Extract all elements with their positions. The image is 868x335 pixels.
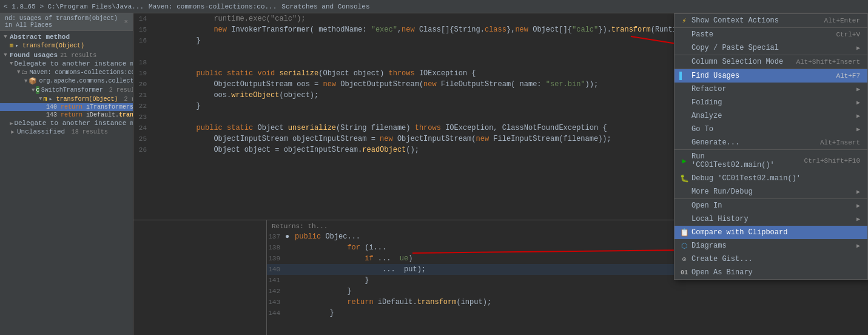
shortcut-paste: Ctrl+V: [836, 31, 860, 38]
found-usages-label: Found usages: [10, 52, 58, 59]
find-usages-label: nd: Usages of transform(Object) in All P…: [5, 15, 119, 29]
left-panel: nd: Usages of transform(Object) in All P…: [0, 13, 133, 335]
arrow-right-icon7: ▶: [856, 202, 860, 209]
menu-label-show-context: Show Context Actions: [691, 16, 812, 25]
chevron-down-icon2: ▼: [2, 52, 8, 58]
code-line-144: 144 }: [267, 308, 868, 319]
run-icon: ▶: [679, 156, 689, 166]
diagrams-icon: ⬡: [679, 241, 689, 251]
arrow-right-icon3: ▶: [856, 99, 860, 106]
delegate-params-label: Delegate to another instance method, par…: [14, 120, 133, 127]
menu-label-go-to: Go To: [691, 125, 854, 134]
menu-column-selection[interactable]: Column Selection Mode Alt+Shift+Insert: [675, 55, 867, 69]
menu-label-run: Run 'CC01Test02.main()': [691, 152, 792, 169]
menu-label-debug: Debug 'CC01Test02.main()': [691, 174, 860, 183]
menu-go-to[interactable]: Go To ▶: [675, 123, 867, 136]
shortcut-find-usages: Alt+F7: [836, 72, 860, 80]
line-140-content: 140 return iTransformers[i].transform(in…: [46, 104, 133, 110]
package-entry[interactable]: ▼ 📦 org.apache.commons.collections.funct…: [0, 76, 133, 86]
unclassified-label: Unclassified 18 results: [17, 128, 108, 135]
arrow-right-icon6: ▶: [856, 188, 860, 195]
analyze-icon: [679, 111, 689, 121]
generate-icon: [679, 138, 689, 147]
abstract-method-item[interactable]: m ▸ transform(Object): [0, 41, 133, 50]
tab-close-button[interactable]: ×: [124, 18, 128, 25]
arrow-right-icon4: ▶: [856, 112, 860, 120]
abstract-method-header[interactable]: ▼ Abstract method: [0, 33, 133, 41]
menu-more-run[interactable]: More Run/Debug ▶: [675, 185, 867, 198]
menu-folding[interactable]: Folding ▶: [675, 96, 867, 109]
menu-label-create-gist: Create Gist...: [691, 255, 860, 263]
menu-label-analyze: Analyze: [691, 112, 854, 120]
arrow-right-icon8: ▶: [856, 215, 860, 223]
delegate-params-group[interactable]: ▶ Delegate to another instance method, p…: [0, 119, 133, 127]
abstract-method-section: ▼ Abstract method m ▸ transform(Object): [0, 32, 133, 50]
menu-run[interactable]: ▶ Run 'CC01Test02.main()' Ctrl+Shift+F10: [675, 149, 867, 172]
arrow-right-icon: ▶: [856, 44, 860, 52]
maven-label: Maven: commons-collections:commons-colle…: [29, 69, 133, 76]
menu-analyze[interactable]: Analyze ▶: [675, 109, 867, 123]
menu-label-column-selection: Column Selection Mode: [691, 58, 784, 66]
tree-container[interactable]: ▼ Abstract method m ▸ transform(Object) …: [0, 31, 133, 335]
menu-local-history[interactable]: Local History ▶: [675, 212, 867, 226]
unclassified-group[interactable]: ▶ Unclassified 18 results: [0, 127, 133, 136]
menu-find-usages[interactable]: Find Usages Alt+F7: [675, 69, 867, 83]
chevron-down-icon6: ▼: [32, 87, 35, 93]
class-icon: C: [36, 86, 39, 94]
menu-label-local-history: Local History: [691, 215, 854, 223]
line-140-item[interactable]: 140 return iTransformers[i].transform(in…: [0, 103, 133, 111]
bottom-left: [133, 220, 267, 335]
class-label: SwitchTransformer 2 results: [41, 87, 133, 93]
arrow-right-icon5: ▶: [856, 126, 860, 133]
menu-open-binary[interactable]: 01 Open As Binary: [675, 266, 867, 279]
menu-debug[interactable]: 🐛 Debug 'CC01Test02.main()': [675, 172, 867, 185]
menu-label-copy-paste-special: Copy / Paste Special: [691, 44, 854, 52]
maven-info: Maven: commons-collections:co...: [149, 3, 277, 10]
goto-icon: [679, 124, 689, 134]
lightning-icon: ⚡: [679, 16, 689, 25]
binary-icon: 01: [679, 268, 689, 277]
menu-compare-clipboard[interactable]: 📋 Compare with Clipboard: [675, 226, 867, 239]
gist-icon: ⊙: [679, 254, 689, 264]
shortcut-column: Alt+Shift+Insert: [796, 58, 860, 66]
shortcut-run: Ctrl+Shift+F10: [804, 157, 860, 164]
menu-label-folding: Folding: [691, 98, 854, 107]
abstract-method-label: Abstract method: [10, 33, 70, 41]
menu-paste[interactable]: Paste Ctrl+V: [675, 27, 867, 41]
menu-open-in[interactable]: Open In ▶: [675, 198, 867, 212]
folding-icon: [679, 98, 689, 107]
top-bar: < 1.8_65 > C:\Program Files\Java... Mave…: [0, 0, 868, 13]
menu-generate[interactable]: Generate... Alt+Insert: [675, 136, 867, 149]
transform-method-abstract: ▸ transform(Object): [15, 42, 84, 49]
chevron-right-icon: ▶: [10, 120, 13, 126]
menu-label-diagrams: Diagrams: [691, 242, 854, 250]
found-usages-header[interactable]: ▼ Found usages 21 results: [0, 51, 133, 59]
menu-label-refactor: Refactor: [691, 85, 854, 93]
chevron-down-icon4: ▼: [17, 69, 20, 75]
paste-icon: [679, 30, 689, 39]
menu-copy-paste-special[interactable]: Copy / Paste Special ▶: [675, 41, 867, 55]
shortcut-generate: Alt+Insert: [820, 139, 860, 146]
package-label: org.apache.commons.collections.functors …: [39, 78, 133, 84]
package-icon: 📦: [29, 77, 37, 85]
found-usages-count: 21 results: [60, 52, 96, 59]
open-in-icon: [679, 201, 689, 211]
menu-create-gist[interactable]: ⊙ Create Gist...: [675, 252, 867, 266]
menu-show-context-actions[interactable]: ⚡ Show Context Actions Alt+Enter: [675, 14, 867, 27]
column-icon: [679, 57, 689, 67]
menu-diagrams[interactable]: ⬡ Diagrams ▶: [675, 239, 867, 252]
chevron-down-icon5: ▼: [24, 78, 27, 84]
maven-entry[interactable]: ▼ 🗂 Maven: commons-collections:commons-c…: [0, 68, 133, 76]
method-entry[interactable]: ▼ m ▸ transform(Object) 2 results: [0, 95, 133, 103]
menu-refactor[interactable]: Refactor ▶: [675, 83, 867, 96]
main-layout: nd: Usages of transform(Object) in All P…: [0, 13, 868, 335]
menu-label-open-binary: Open As Binary: [691, 268, 860, 277]
shortcut-show-context: Alt+Enter: [824, 17, 860, 24]
class-entry[interactable]: ▼ C SwitchTransformer 2 results: [0, 86, 133, 95]
delegate-group[interactable]: ▼ Delegate to another instance method 2 …: [0, 59, 133, 68]
find-usages-tab[interactable]: nd: Usages of transform(Object) in All P…: [0, 13, 133, 31]
context-menu: ⚡ Show Context Actions Alt+Enter Paste C…: [674, 13, 868, 280]
clipboard-compare-icon: 📋: [679, 228, 689, 237]
line-143-item[interactable]: 143 return iDefault.transform(input);: [0, 111, 133, 119]
chevron-down-icon: ▼: [2, 34, 8, 40]
